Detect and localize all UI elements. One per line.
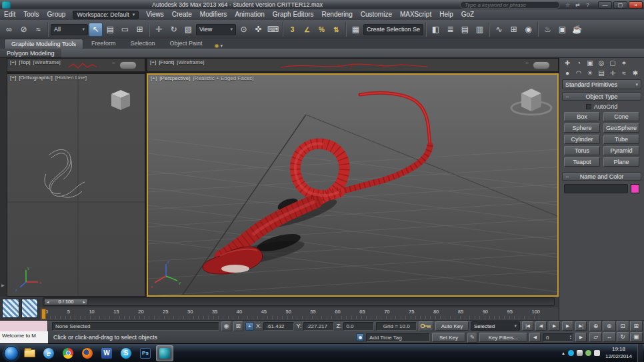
previous-frame-button[interactable]: ◀ — [535, 321, 547, 331]
tab-graphite-modeling-tools[interactable]: Graphite Modeling Tools — [4, 39, 83, 49]
menu-modifiers[interactable]: Modifiers — [196, 9, 231, 20]
maximize-viewport-icon[interactable]: ▣ — [630, 332, 643, 343]
viewcube[interactable] — [119, 61, 137, 69]
polygon-modeling-panel-label[interactable]: Polygon Modeling — [0, 49, 61, 58]
viewcube[interactable] — [533, 61, 550, 69]
layer-manager-icon[interactable]: ▤ — [458, 23, 472, 37]
named-selection-set-combobox[interactable]: Create Selection Se ▾ — [363, 24, 423, 35]
spinner-down-icon[interactable]: ▾ — [570, 337, 571, 341]
ortho-viewport-name-menu[interactable]: [Orthographic] — [19, 75, 53, 81]
y-coordinate-field[interactable] — [303, 322, 334, 331]
set-keys-key-icon[interactable] — [419, 321, 433, 331]
menu-maxscript[interactable]: MAXScript — [396, 9, 435, 20]
front-viewport-menu[interactable]: [+] — [150, 59, 156, 65]
rendered-frame-window-icon[interactable]: ▣ — [555, 23, 569, 37]
angle-snap-icon[interactable]: ∠ — [300, 23, 314, 37]
torus-button[interactable]: Torus — [564, 146, 600, 155]
front-viewport-shading-menu[interactable]: [Wireframe] — [177, 59, 204, 65]
perspective-viewport-canvas[interactable]: x y z — [148, 75, 559, 297]
go-to-start-button[interactable]: |◀ — [522, 321, 533, 331]
object-name-field[interactable] — [564, 184, 628, 193]
taskbar-3dsmax-button[interactable] — [156, 345, 173, 361]
named-selection-sets-icon[interactable]: ▦ — [349, 23, 363, 37]
previous-frame-arrow-icon[interactable]: ◄ — [46, 300, 49, 304]
infocenter-exchange-icon[interactable]: ⇄ — [573, 2, 582, 8]
current-frame-field[interactable]: 0 ▴ ▾ — [543, 333, 573, 342]
infocenter-search-input[interactable] — [460, 1, 560, 9]
x-coordinate-field[interactable] — [263, 322, 294, 331]
tray-action-center-icon[interactable] — [594, 350, 600, 356]
create-tab-icon[interactable]: ✚ — [563, 59, 572, 67]
orbit-icon[interactable]: ↻ — [617, 332, 629, 343]
plane-button[interactable]: Plane — [603, 157, 639, 167]
motion-tab-icon[interactable]: ◎ — [597, 59, 606, 67]
taskbar-ie-button[interactable]: e — [40, 345, 57, 361]
persp-viewport-shading-menu[interactable]: [Realistic + Edged Faces] — [193, 75, 253, 81]
snaps-toggle-icon[interactable]: 3 — [285, 23, 299, 37]
top-viewport-shading-menu[interactable]: [Wireframe] — [33, 59, 60, 65]
menu-edit[interactable]: Edit — [0, 9, 19, 20]
menu-group[interactable]: Group — [43, 9, 70, 20]
taskbar-clock[interactable]: 19:18 12/02/2014 — [605, 346, 632, 360]
align-icon[interactable]: ≣ — [443, 23, 457, 37]
hierarchy-tab-icon[interactable]: ▣ — [585, 59, 595, 67]
snake-model[interactable] — [203, 93, 430, 274]
viewcube-minus-icon[interactable]: − — [112, 60, 115, 66]
primitives-dropdown[interactable]: Standard Primitives ▾ — [562, 79, 641, 89]
select-and-move-icon[interactable]: ✛ — [152, 23, 166, 37]
hidden-icons-button[interactable]: ▲ — [561, 351, 565, 355]
teapot-button[interactable]: Teapot — [564, 157, 600, 167]
render-production-icon[interactable]: ☕ — [570, 23, 584, 37]
curve-editor-icon[interactable]: ∿ — [492, 23, 506, 37]
menu-tools[interactable]: Tools — [19, 9, 43, 20]
tray-network-icon[interactable] — [585, 350, 591, 356]
zoom-extents-all-icon[interactable]: ⊞ — [630, 321, 643, 331]
taskbar-word-button[interactable]: W — [98, 345, 115, 361]
ortho-viewport-canvas[interactable]: x y z — [7, 74, 145, 297]
window-crossing-icon[interactable]: ⊞ — [133, 23, 147, 37]
tray-skype-icon[interactable] — [568, 350, 574, 356]
infocenter-star-icon[interactable]: ☆ — [563, 2, 572, 8]
scene-explorer-icon[interactable]: ▥ — [473, 23, 487, 37]
menu-goz[interactable]: GoZ — [457, 9, 478, 20]
taskbar-photoshop-button[interactable]: Ps — [137, 345, 154, 361]
current-frame-marker[interactable] — [41, 309, 46, 319]
viewcube[interactable] — [111, 90, 130, 110]
systems-category-icon[interactable]: ✱ — [631, 69, 640, 77]
front-viewport-name-menu[interactable]: [Front] — [159, 59, 174, 65]
go-to-end-button[interactable]: ▶| — [575, 321, 587, 331]
modify-tab-icon[interactable]: ◔ — [574, 59, 583, 67]
key-selection-dropdown[interactable]: Selected ▾ — [471, 321, 520, 331]
viewport-top[interactable]: [+] [Top] [Wireframe] − — [7, 58, 145, 72]
viewport-perspective-active[interactable]: [+] [Perspective] [Realistic + Edged Fac… — [147, 73, 559, 297]
tray-volume-icon[interactable] — [577, 350, 583, 356]
viewcube[interactable] — [511, 89, 551, 115]
menu-rendering[interactable]: Rendering — [318, 9, 357, 20]
utilities-tab-icon[interactable]: ✶ — [619, 59, 629, 67]
viewcube-minus-icon[interactable]: − — [525, 60, 529, 66]
autogrid-checkbox[interactable] — [586, 104, 591, 109]
select-and-link-icon[interactable]: ∞ — [2, 23, 16, 37]
add-time-tag-field[interactable]: Add Time Tag — [366, 333, 430, 342]
pan-icon[interactable]: ↔ — [603, 332, 615, 343]
taskbar-chrome-button[interactable] — [59, 345, 77, 361]
sphere-button[interactable]: Sphere — [564, 123, 600, 133]
tab-freeform[interactable]: Freeform — [85, 39, 123, 49]
menu-views[interactable]: Views — [142, 9, 168, 20]
mirror-icon[interactable]: ◧ — [429, 23, 443, 37]
top-viewport-name-menu[interactable]: [Top] — [19, 59, 30, 65]
menu-customize[interactable]: Customize — [357, 9, 396, 20]
pyramid-button[interactable]: Pyramid — [603, 146, 639, 155]
zoom-extents-icon[interactable]: ⊡ — [617, 321, 629, 331]
track-bar[interactable]: 0 5 10 15 20 25 30 35 40 45 50 55 60 65 … — [0, 307, 559, 320]
box-button[interactable]: Box — [564, 112, 600, 121]
play-button[interactable]: ▶ — [549, 321, 560, 331]
next-frame-button[interactable]: ▶ — [562, 321, 573, 331]
front-viewport-canvas[interactable] — [147, 59, 559, 72]
spinner-snap-icon[interactable]: ⇅ — [329, 23, 343, 37]
material-editor-icon[interactable]: ◉ — [521, 23, 535, 37]
geometry-category-icon[interactable]: ● — [563, 69, 572, 77]
shapes-category-icon[interactable]: ◠ — [574, 69, 583, 77]
absolute-offset-toggle-icon[interactable]: + — [245, 322, 254, 331]
key-filters-pen-icon[interactable]: ✎ — [467, 333, 477, 343]
